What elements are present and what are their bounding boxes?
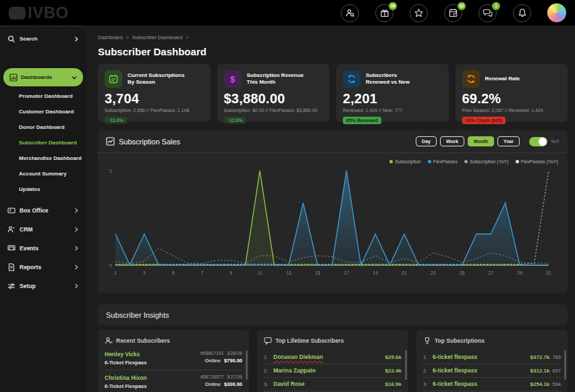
crm-icon (7, 225, 16, 233)
svg-text:25: 25 (460, 271, 465, 275)
top-subscription-row[interactable]: 1.6-ticket flexpass$372.7k769 (423, 351, 561, 364)
logo-text: IVBO (28, 3, 69, 22)
notification-badge: 32 (458, 2, 466, 10)
logo-mark-icon (9, 7, 26, 20)
range-button-year[interactable]: Year (497, 136, 520, 146)
chat-bubble-icon (264, 337, 272, 345)
stat-card-current-subscriptions: Current SubscriptionsBy Season3,704Subsc… (98, 64, 211, 122)
page-title: Subscriber Dashboard (98, 46, 568, 57)
dollar-icon: $ (224, 70, 242, 88)
person-plus-icon (105, 337, 113, 345)
star-button[interactable] (410, 4, 428, 22)
stat-card-subscribers: SubscribersRenewed vs New2,201Renewed: 1… (336, 64, 449, 122)
bell-icon (518, 8, 527, 18)
recent-subscriber-row[interactable]: Christina Hixon6-Ticket Flexpass#5872657… (105, 374, 242, 392)
svg-text:17: 17 (344, 271, 350, 275)
svg-text:19: 19 (373, 271, 378, 275)
trophy-icon (423, 337, 431, 345)
scrollbar[interactable] (564, 350, 566, 380)
chevron-down-icon (72, 75, 77, 80)
search-icon (7, 35, 16, 43)
gift-button[interactable]: 38 (375, 4, 393, 22)
top-subscription-row[interactable]: 2.6-ticket flexpass$312.1k697 (423, 364, 561, 378)
stat-card-subscription-revenue: $Subscription RevenueThis Month$3,880.00… (217, 64, 330, 122)
svg-text:29: 29 (517, 271, 522, 275)
range-button-day[interactable]: Day (416, 136, 437, 146)
subscription-sales-card: Subscription Sales DayWeekMonthYearYoY S… (98, 130, 568, 293)
svg-text:15: 15 (315, 271, 321, 275)
stat-card-renewal-rate: Renewal Rate69.2%Prev Season: 2,057 // R… (456, 64, 568, 122)
sidebar-item-customer-dashboard[interactable]: Customer Dashboard (0, 104, 86, 119)
legend-item[interactable]: FlexPasses (428, 159, 458, 164)
notification-badge: 38 (389, 2, 397, 10)
breadcrumb-link[interactable]: Subscriber Dashboard (132, 34, 183, 40)
lifetime-subscriber-row[interactable]: 3.David Rose$16.9k (264, 378, 402, 391)
breadcrumb-link[interactable]: Dashboard (98, 34, 123, 40)
calendar-clock-button[interactable]: 32 (444, 4, 462, 22)
insights-section-header: Subscriber Insights (98, 304, 568, 325)
sidebar-item-merchandise-dashboard[interactable]: Merchandise Dashboard (0, 150, 86, 166)
svg-text:23: 23 (431, 271, 436, 275)
recent-subscriber-row[interactable]: Henley Vicks6-Ticket Flexpass#58807101 3… (105, 351, 242, 370)
svg-text:31: 31 (546, 271, 551, 275)
legend-item[interactable]: FlexPasses (YoY) (516, 159, 558, 164)
sidebar: Search Dashboards Promoter DashboardCust… (0, 26, 86, 392)
person-search-icon (346, 8, 355, 18)
chat-icon (483, 8, 493, 18)
sidebar-item-setup[interactable]: Setup (0, 277, 86, 296)
gift-icon (380, 8, 389, 18)
sidebar-item-dashboards[interactable]: Dashboards (3, 68, 83, 86)
scrollbar[interactable] (246, 350, 248, 380)
svg-text:21: 21 (402, 271, 407, 275)
bell-button[interactable] (513, 4, 531, 22)
breadcrumb-separator: > (126, 35, 129, 40)
range-button-month[interactable]: Month (468, 136, 494, 146)
box-office-icon (7, 206, 16, 215)
chart-legend: SubscriptionFlexPassesSubscription (YoY)… (98, 153, 568, 164)
range-button-week[interactable]: Week (440, 136, 464, 146)
breadcrumb: Dashboard>Subscriber Dashboard> (98, 34, 568, 40)
dashboards-icon (9, 74, 18, 82)
scrollbar[interactable] (405, 350, 407, 380)
calendar-clock-icon (449, 8, 458, 18)
chart-title: Subscription Sales (106, 137, 180, 146)
sidebar-item-events[interactable]: Events (0, 239, 86, 258)
app-logo[interactable]: IVBO (9, 3, 69, 22)
lifetime-subscriber-row[interactable]: 2.Marina Zappato$22.4k (264, 364, 402, 378)
subscription-sales-chart: 01135791113151719212325272931 (103, 165, 554, 279)
yoy-toggle[interactable] (529, 137, 547, 146)
sidebar-item-subscriber-dashboard[interactable]: Subscriber Dashboard (0, 135, 86, 150)
sidebar-item-reports[interactable]: Reports (0, 258, 86, 277)
lifetime-subscriber-row[interactable]: 1.Donavan Diekman$25.6k (264, 351, 402, 364)
line-chart-icon (106, 137, 115, 146)
person-search-button[interactable] (341, 4, 359, 22)
legend-item[interactable]: Subscription (YoY) (464, 159, 509, 164)
svg-text:1: 1 (109, 169, 112, 173)
sidebar-item-promoter-dashboard[interactable]: Promoter Dashboard (0, 88, 86, 104)
chat-button[interactable]: 1 (478, 4, 497, 22)
svg-text:9: 9 (229, 271, 232, 275)
topbar: IVBO 38321 (0, 0, 575, 26)
svg-text:27: 27 (489, 271, 494, 275)
main-content: Dashboard>Subscriber Dashboard> Subscrib… (86, 26, 575, 392)
sidebar-item-account-summary[interactable]: Account Summary (0, 166, 86, 181)
events-icon (7, 244, 16, 252)
sidebar-item-crm[interactable]: CRM (0, 220, 86, 239)
refresh-icon (343, 70, 360, 88)
recent-subscribers-card: Recent Subscribers Henley Vicks6-Ticket … (98, 330, 249, 392)
calendar-icon (105, 70, 122, 88)
notification-badge: 1 (492, 2, 500, 10)
svg-text:13: 13 (286, 271, 292, 275)
top-lifetime-subscribers-card: Top Lifetime Subscribers 1.Donavan Diekm… (257, 330, 408, 392)
sidebar-item-box-office[interactable]: Box Office (0, 201, 86, 220)
setup-icon (7, 282, 16, 290)
sidebar-item-donor-dashboard[interactable]: Donor Dashboard (0, 119, 86, 135)
sidebar-item-search[interactable]: Search (0, 26, 86, 51)
avatar[interactable] (547, 3, 566, 22)
svg-text:3: 3 (143, 271, 146, 275)
legend-item[interactable]: Subscription (389, 159, 421, 164)
top-subscription-row[interactable]: 3.6-ticket flexpass$254.1k594 (423, 378, 561, 391)
svg-text:5: 5 (172, 271, 175, 275)
svg-text:11: 11 (257, 271, 262, 275)
sidebar-item-updates[interactable]: Updates (0, 181, 86, 197)
